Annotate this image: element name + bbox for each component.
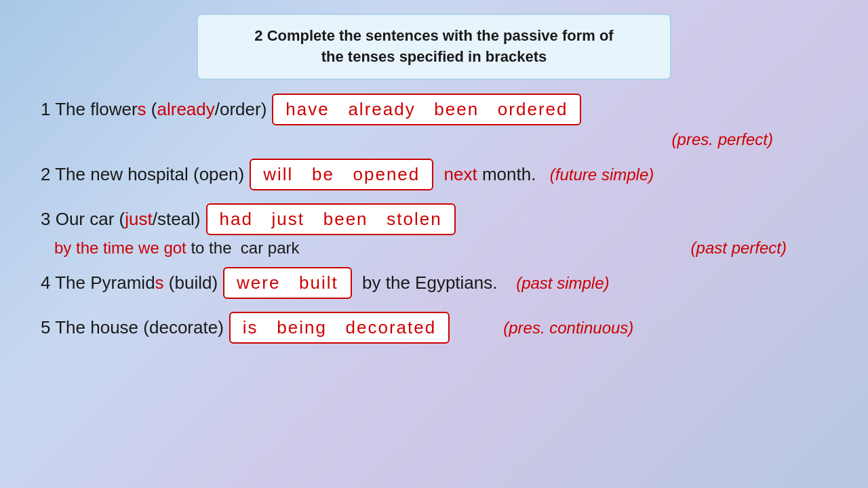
sentence-row-5: 5 The house (decorate) is being decorate… xyxy=(41,310,827,346)
s5-tense: (pres. continuous) xyxy=(503,319,633,338)
s3-answer-box: had just been stolen xyxy=(206,203,456,235)
s2-tense: (future simple) xyxy=(550,165,654,184)
title-line2: the tenses specified in brackets xyxy=(321,48,547,65)
s4-answer-box: were built xyxy=(223,267,352,299)
s5-answer-box: is being decorated xyxy=(229,312,450,344)
sentences-area: 1 The flowers (already/order) have alrea… xyxy=(27,92,841,348)
sentence-row-3: 3 Our car (just/steal) had just been sto… xyxy=(41,202,827,237)
sentence-row-4: 4 The Pyramids (build) were built by the… xyxy=(41,266,827,301)
title-line1: 2 Complete the sentences with the passiv… xyxy=(254,27,613,44)
s4-suffix: by the Egyptians. xyxy=(357,272,512,293)
s5-suffix xyxy=(455,317,499,338)
s3-sub-row: by the time we got to the car park (past… xyxy=(41,239,827,258)
s5-prefix: 5 The house (decorate) xyxy=(41,317,224,338)
s2-answer: will be opened xyxy=(263,164,420,185)
s1-answer-box: have already been ordered xyxy=(272,94,581,125)
s2-suffix: next month. xyxy=(439,164,546,185)
s1-tense: (pres. perfect) xyxy=(672,130,773,149)
s3-tense: (past perfect) xyxy=(691,239,787,258)
page-container: 2 Complete the sentences with the passiv… xyxy=(0,0,868,488)
s1-answer: have already been ordered xyxy=(285,99,568,120)
s4-answer: were built xyxy=(237,272,338,293)
sentence-row-1: 1 The flowers (already/order) have alrea… xyxy=(41,92,827,127)
s4-prefix: 4 The Pyramids (build) xyxy=(41,272,218,293)
s2-prefix: 2 The new hospital (open) xyxy=(41,164,244,185)
s5-answer: is being decorated xyxy=(243,317,436,338)
s3-answer: had just been stolen xyxy=(220,209,442,230)
s3-prefix: 3 Our car (just/steal) xyxy=(41,209,201,230)
sentence-row-2: 2 The new hospital (open) will be opened… xyxy=(41,157,827,192)
s2-answer-box: will be opened xyxy=(250,159,433,190)
s3-sub: by the time we got to the car park xyxy=(54,239,300,258)
title-text: 2 Complete the sentences with the passiv… xyxy=(225,26,643,68)
title-box: 2 Complete the sentences with the passiv… xyxy=(197,14,671,80)
s1-prefix: 1 The flowers (already/order) xyxy=(41,99,267,120)
s4-tense: (past simple) xyxy=(516,274,609,293)
